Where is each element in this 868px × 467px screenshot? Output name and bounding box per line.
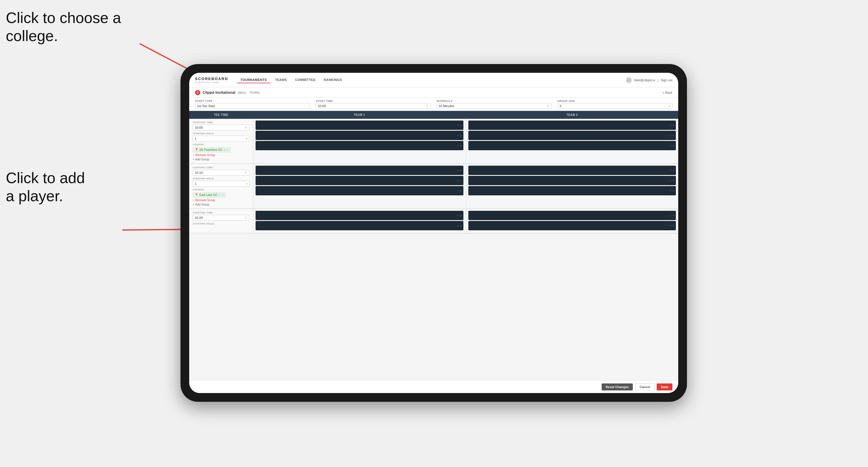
add-group-link-2[interactable]: + Add Group: [193, 203, 249, 206]
slot-x-icon-11: ✕: [669, 179, 672, 182]
eastlake-tag[interactable]: 📍 East Lake GC ✕ ▾: [193, 192, 225, 197]
starting-time-input-2[interactable]: 10:10 ⏱: [193, 170, 249, 176]
starting-hole-input-1[interactable]: 1 ▾: [193, 136, 249, 142]
slot-x-icon-7: ✕: [457, 169, 459, 172]
slot-chevron-icon-15: ▾: [673, 214, 674, 217]
hole-chevron-2: ▾: [246, 182, 247, 185]
player-slot-2-2[interactable]: ✕ ▾: [468, 131, 676, 140]
remove-course-icon[interactable]: ✕: [223, 149, 226, 151]
column-headers: Tee Time Team 1 Team 2: [189, 111, 678, 119]
starting-time-label-3: STARTING TIME:: [193, 211, 249, 214]
starting-time-input-1[interactable]: 10:00 ⏱: [193, 125, 249, 130]
player-slot-5-2[interactable]: ✕ ▾: [255, 221, 463, 230]
nav-link-teams[interactable]: TEAMS: [272, 77, 290, 83]
user-email: blair@clippd.io: [634, 78, 655, 82]
right-teams-1: ✕ ▾ ✕ ▾ ✕ ▾: [253, 119, 678, 163]
course-tag-2: 📍 East Lake GC ✕ ▾: [193, 192, 249, 197]
peachtree-tag[interactable]: 📍 (A) Peachtree GC ✕ ▾: [193, 147, 230, 152]
slot-chevron-icon-14: ▾: [460, 224, 462, 227]
player-slot-3-2[interactable]: ✕ ▾: [255, 176, 463, 185]
start-type-group: Start Type 1st Tee Start: [195, 100, 310, 109]
intervals-select[interactable]: 10 Minutes ⏱: [437, 103, 552, 109]
player-slot-2-1[interactable]: ✕ ▾: [468, 121, 676, 130]
right-teams-2: ✕ ▾ ✕ ▾ ✕ ▾: [253, 164, 678, 209]
save-button[interactable]: Save: [657, 383, 672, 391]
slot-chevron-icon-8: ▾: [460, 179, 462, 182]
starting-hole-input-2[interactable]: 1 ▾: [193, 181, 249, 187]
group-row-1: STARTING TIME: 10:00 ⏱ STARTING HOLE: 1 …: [189, 119, 678, 164]
nav-link-rankings[interactable]: RANKINGS: [320, 77, 345, 83]
player-slot-2-3[interactable]: ✕ ▾: [468, 141, 676, 150]
cancel-button[interactable]: Cancel: [635, 383, 654, 391]
remove-group-link-2[interactable]: ○ Remove Group: [193, 198, 249, 202]
starting-hole-label-3: STARTING HOLE:: [193, 222, 249, 225]
start-time-input[interactable]: 10:00 ⏱: [316, 103, 431, 109]
page-title: Clippd Invitational: [203, 90, 236, 95]
group-size-select[interactable]: 3 ▾: [557, 103, 672, 109]
player-slot-4-3[interactable]: ✕ ▾: [468, 186, 676, 195]
slot-x-icon-9: ✕: [457, 189, 459, 192]
slot-chevron-icon-4: ▾: [673, 124, 674, 127]
slot-chevron-icon-3: ▾: [460, 144, 462, 147]
nav-link-committee[interactable]: COMMITTEE: [292, 77, 319, 83]
slot-x-icon-2: ✕: [457, 134, 459, 137]
course-chevron-2[interactable]: ▾: [222, 194, 223, 196]
player-slot-5-1[interactable]: ✕ ▾: [255, 211, 463, 220]
tablet-screen: SCOREBOARD Powered by clippd TOURNAMENTS…: [189, 73, 678, 393]
team2-header: Team 2: [466, 111, 679, 119]
logo-area: SCOREBOARD Powered by clippd: [195, 76, 228, 84]
left-group-1: STARTING TIME: 10:00 ⏱ STARTING HOLE: 1 …: [189, 119, 253, 163]
player-slot-4-2[interactable]: ✕ ▾: [468, 176, 676, 185]
slot-chevron-icon-9: ▾: [460, 189, 462, 192]
remove-group-link-1[interactable]: ○ Remove Group: [193, 153, 249, 157]
starting-time-label-1: STARTING TIME:: [193, 121, 249, 124]
tee-time-header: Tee Time: [189, 111, 253, 119]
slot-chevron-icon-16: ▾: [673, 224, 674, 227]
page-title-area: C Clippd Invitational (Men) Hosting: [195, 90, 259, 95]
slot-chevron-icon-11: ▾: [673, 179, 674, 182]
player-slot-6-1[interactable]: ✕ ▾: [468, 211, 676, 220]
nav-link-tournaments[interactable]: TOURNAMENTS: [237, 77, 271, 83]
start-type-select[interactable]: 1st Tee Start: [195, 103, 310, 109]
starting-time-label-2: STARTING TIME:: [193, 166, 249, 169]
team2-slots-3: ✕ ▾ ✕ ▾: [466, 209, 679, 233]
right-teams-3: ✕ ▾ ✕ ▾ ✕ ▾: [253, 209, 678, 233]
time-icon-3: ⏱: [245, 216, 247, 220]
slot-x-icon-10: ✕: [669, 169, 672, 172]
player-slot-1-3[interactable]: ✕ ▾: [255, 141, 463, 150]
slot-x-icon-6: ✕: [669, 144, 672, 147]
starting-hole-label-2: STARTING HOLE:: [193, 177, 249, 180]
player-slot-4-1[interactable]: ✕ ▾: [468, 166, 676, 175]
page-subtitle: (Men): [238, 91, 246, 94]
player-slot-3-3[interactable]: ✕ ▾: [255, 186, 463, 195]
starting-time-input-3[interactable]: 10:20 ⏱: [193, 215, 249, 221]
footer: Reset Changes Cancel Save: [189, 380, 678, 393]
sign-out-link[interactable]: Sign out: [661, 78, 672, 82]
reset-button[interactable]: Reset Changes: [602, 383, 633, 391]
add-group-link-1[interactable]: + Add Group: [193, 158, 249, 161]
player-slot-1-2[interactable]: ✕ ▾: [255, 131, 463, 140]
remove-course-icon-2[interactable]: ✕: [219, 194, 221, 196]
player-slot-3-1[interactable]: ✕ ▾: [255, 166, 463, 175]
team1-slots-1: ✕ ▾ ✕ ▾ ✕ ▾: [253, 119, 466, 163]
slot-x-icon-5: ✕: [669, 134, 672, 137]
slot-x-icon-4: ✕: [669, 124, 672, 127]
slot-x-icon: ✕: [457, 124, 459, 127]
player-slot-1-1[interactable]: ✕ ▾: [255, 121, 463, 130]
chevron-down-icon: ▾: [669, 104, 670, 108]
slot-x-icon-14: ✕: [457, 224, 459, 227]
content-area: Tee Time Team 1 Team 2 STARTING TIME: 10…: [189, 111, 678, 380]
back-button[interactable]: < Back: [662, 91, 672, 94]
team1-slots-3: ✕ ▾ ✕ ▾: [253, 209, 466, 233]
slot-chevron-icon-5: ▾: [673, 134, 674, 137]
course-chevron[interactable]: ▾: [227, 149, 228, 151]
course-tag-1: 📍 (A) Peachtree GC ✕ ▾: [193, 147, 249, 152]
player-slot-6-2[interactable]: ✕ ▾: [468, 221, 676, 230]
slot-chevron-icon: ▾: [460, 124, 462, 127]
tablet-frame: SCOREBOARD Powered by clippd TOURNAMENTS…: [181, 64, 687, 402]
start-time-group: Start Time 10:00 ⏱: [316, 100, 431, 109]
nav-bar: SCOREBOARD Powered by clippd TOURNAMENTS…: [189, 73, 678, 87]
group-row-3: STARTING TIME: 10:20 ⏱ STARTING HOLE: ✕ …: [189, 209, 678, 234]
slot-chevron-icon-6: ▾: [673, 144, 674, 147]
clock-icon: ⏱: [426, 104, 429, 108]
